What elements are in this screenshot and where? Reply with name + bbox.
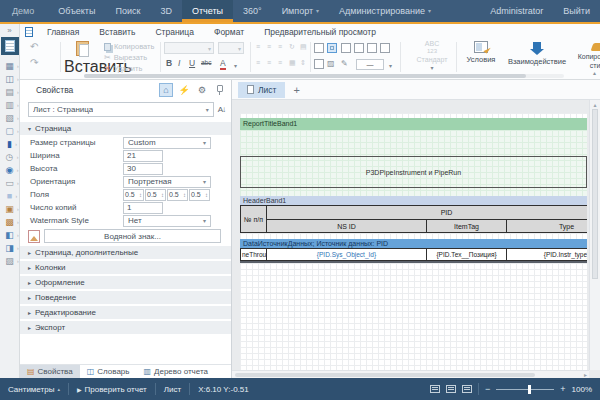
ribbon-scrollbar[interactable] (84, 74, 564, 78)
watermark-button[interactable]: Водяной знак... (44, 229, 221, 243)
delete-button[interactable]: ✕Удалить (104, 64, 142, 73)
band-bottom-edge[interactable] (240, 261, 587, 263)
valign-bottom-icon[interactable]: ≡ (278, 59, 282, 66)
settings-gear-icon[interactable]: ⚙ (195, 83, 209, 97)
section-page-advanced[interactable]: ▸ Страница, дополнительные (20, 245, 231, 259)
nav-360[interactable]: 360° (233, 0, 272, 22)
redo-icon[interactable]: ↷ (30, 58, 38, 68)
scroll-up-icon[interactable]: ▴ (590, 101, 600, 108)
sheet-tab[interactable]: Лист (238, 82, 285, 98)
fill-color-icon[interactable]: ▨ (327, 59, 335, 68)
toolbox-grid-icon[interactable]: ▧ (5, 113, 14, 123)
horizontal-scrollbar[interactable]: ▸ (232, 370, 589, 378)
toolbox-subreport-icon[interactable]: ◨ (5, 243, 14, 253)
report-designer-tool-icon[interactable] (1, 37, 19, 55)
margin-top-input[interactable]: 0.5↕ (145, 189, 166, 201)
toolbox-checkbox-icon[interactable]: ▢ (5, 126, 14, 136)
text-rotate-icon[interactable]: ↻ (289, 43, 295, 51)
toolbox-clock-icon[interactable]: ◷ (6, 152, 14, 162)
vertical-scrollbar[interactable]: ▴ (589, 100, 600, 370)
underline-button[interactable]: U (189, 58, 195, 68)
sort-az-icon[interactable]: A↓ (218, 105, 225, 114)
conditions-button[interactable]: Условия (458, 40, 504, 74)
cut-button[interactable]: ✂Вырезать (104, 53, 147, 62)
element-selector[interactable]: Лист : Страница ▾ (28, 102, 214, 117)
nav-import[interactable]: Импорт ▾ (272, 0, 329, 22)
width-input[interactable]: 21 (123, 150, 163, 162)
table-col-nsid[interactable]: NS ID (266, 219, 427, 233)
toolbox-crossband-icon[interactable]: ◫ (5, 74, 14, 84)
strikethrough-button[interactable]: abc (201, 59, 211, 66)
data-cell-position[interactable]: {PID.Тех__Позиция} (426, 248, 507, 261)
tab-report-tree[interactable]: ▥ Дерево отчета (136, 365, 214, 378)
report-page[interactable]: ReportTitleBand1 P3DPipeInstrument и Pip… (240, 113, 587, 370)
tab-properties[interactable]: ▤ Свойства (20, 365, 80, 378)
report-title-textbox[interactable]: P3DPipeInstrument и PipeRun (240, 156, 587, 188)
nav-objects[interactable]: Объекты (48, 0, 105, 22)
view-mode-single-icon[interactable] (430, 385, 440, 393)
undo-icon[interactable]: ↶ (30, 42, 38, 52)
font-family-select[interactable]: ▾ (164, 42, 214, 54)
zoom-slider-thumb[interactable] (528, 385, 531, 394)
design-surface[interactable]: ReportTitleBand1 P3DPipeInstrument и Pip… (232, 100, 589, 370)
chevron-down-icon[interactable]: ▾ (234, 62, 237, 69)
view-mode-continuous-icon[interactable] (446, 385, 456, 393)
border-right-button[interactable] (367, 43, 377, 53)
valign-middle-icon[interactable]: ≡ (267, 59, 271, 66)
section-export[interactable]: ▸ Экспорт (20, 320, 231, 334)
collapse-ribbon-icon[interactable]: ▴ (593, 69, 596, 76)
section-editing[interactable]: ▸ Редактирование (20, 305, 231, 319)
toolbox-chart-icon[interactable]: ▮ (7, 139, 12, 149)
ribbon-tab-insert[interactable]: Вставить (89, 27, 145, 37)
view-mode-multipage-icon[interactable] (462, 385, 472, 393)
border-outline-button[interactable] (314, 59, 324, 69)
nav-reports[interactable]: Отчеты (182, 0, 233, 22)
data-cell-instr-type[interactable]: {PID.Instr_type} (506, 248, 587, 261)
align-left-icon[interactable]: ≡ (256, 43, 260, 50)
border-color-icon[interactable]: ✎ (341, 59, 348, 68)
nav-administration[interactable]: Администрирование ▾ (329, 0, 441, 22)
fill-cell-icon[interactable]: ▦ (289, 59, 296, 67)
ribbon-tab-home[interactable]: Главная (37, 27, 89, 37)
page-size-select[interactable]: Custom ▾ (123, 137, 211, 149)
section-appearance[interactable]: ▸ Оформление (20, 275, 231, 289)
data-cell-number[interactable]: neThroug (240, 248, 267, 261)
bold-button[interactable]: B (166, 58, 172, 68)
section-page[interactable]: ▾ Страница (20, 121, 231, 135)
toolbox-text-icon[interactable]: ▥ (5, 100, 14, 110)
margin-bottom-input[interactable]: 0.5↕ (189, 189, 210, 201)
italic-button[interactable]: I (178, 58, 180, 68)
home-view-icon[interactable]: ⌂ (159, 83, 173, 97)
copy-button[interactable]: Копировать (104, 42, 154, 51)
zoom-in-button[interactable]: + (560, 384, 565, 394)
tab-dictionary[interactable]: ◫ Словарь (80, 365, 137, 378)
text-format-button[interactable]: ABC 123 Стандарт ▾ (404, 40, 460, 71)
border-left-button[interactable] (341, 43, 351, 53)
header-band[interactable]: HeaderBand1 (240, 196, 587, 205)
check-report-button[interactable]: ▶ Проверить отчет (69, 382, 155, 396)
scroll-right-icon[interactable]: ▸ (584, 371, 587, 378)
chevron-down-icon[interactable]: ▾ (389, 62, 392, 69)
border-top-button[interactable] (354, 43, 364, 53)
table-group-header[interactable]: PID (266, 205, 587, 220)
copies-input[interactable]: 1 (123, 202, 163, 214)
units-selector[interactable]: Сантиметры ▴ (0, 382, 68, 396)
zoom-out-button[interactable]: − (485, 384, 490, 394)
font-color-button[interactable]: A (220, 58, 226, 70)
toolbox-panel-icon[interactable]: ■ (7, 191, 12, 201)
ribbon-tab-preview[interactable]: Предварительный просмотр (254, 27, 386, 37)
ribbon-tab-page[interactable]: Страница (145, 27, 204, 37)
toolbox-shape-icon[interactable]: ▨ (5, 256, 14, 266)
toolbox-page-icon[interactable]: ▭ (5, 178, 14, 188)
orientation-select[interactable]: Портретная ▾ (123, 176, 211, 188)
valign-top-icon[interactable]: ≡ (256, 59, 260, 66)
border-bottom-button[interactable] (380, 43, 390, 53)
line-spacing-icon[interactable]: ⇕ (300, 59, 306, 67)
nav-search[interactable]: Поиск (105, 0, 150, 22)
toolbox-table-icon[interactable]: ▤ (5, 87, 14, 97)
border-all-button[interactable] (327, 43, 337, 53)
events-icon[interactable]: ⚡ (177, 83, 191, 97)
align-right-icon[interactable]: ≡ (278, 43, 282, 50)
text-options-icon[interactable]: ▤ (300, 43, 307, 51)
ribbon-tab-format[interactable]: Формат (204, 27, 254, 37)
